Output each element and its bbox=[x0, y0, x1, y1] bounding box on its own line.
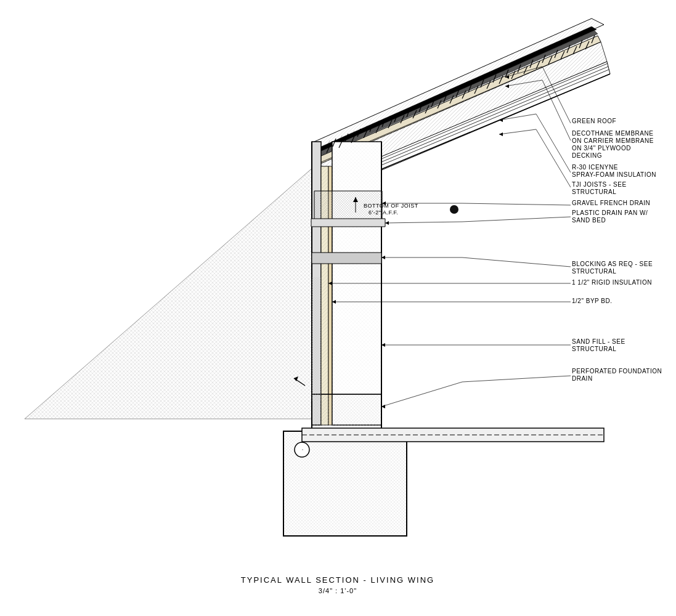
annotation-rigid-insulation: 1 1/2" RIGID INSULATION bbox=[572, 279, 652, 286]
annotation-byp-bd: 1/2" BYP BD. bbox=[572, 298, 613, 304]
svg-marker-58 bbox=[311, 219, 385, 227]
svg-rect-61 bbox=[312, 394, 381, 431]
svg-rect-65 bbox=[312, 277, 321, 400]
drawing-title: TYPICAL WALL SECTION - LIVING WING bbox=[241, 575, 434, 585]
drawing-scale: 3/4" : 1'-0" bbox=[319, 587, 357, 594]
svg-point-104 bbox=[450, 205, 458, 214]
dimension-aff: 6'-2" A.F.F. bbox=[369, 209, 398, 216]
dimension-bottom-joist: BOTTOM OF JOIST bbox=[364, 203, 418, 209]
annotation-gravel-drain: GRAVEL FRENCH DRAIN bbox=[572, 200, 650, 206]
annotation-green-roof: GREEN ROOF bbox=[572, 118, 616, 124]
svg-rect-68 bbox=[312, 253, 381, 264]
